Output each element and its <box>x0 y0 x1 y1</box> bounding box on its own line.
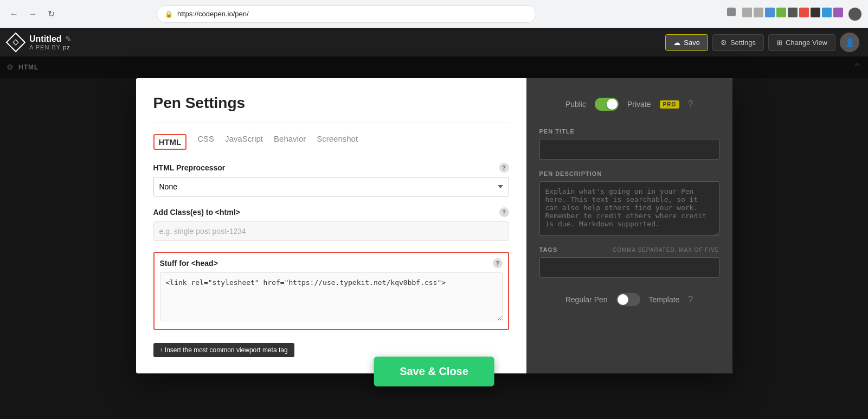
address-bar[interactable]: 🔒 https://codepen.io/pen/ <box>157 5 536 23</box>
privacy-toggle[interactable] <box>595 98 619 111</box>
logo-icon <box>6 33 26 53</box>
settings-tabs: HTML CSS JavaScript Behavior Screenshot <box>153 134 509 150</box>
viewport-meta-button[interactable]: ↑ Insert the most common viewport meta t… <box>153 343 294 357</box>
settings-icon: ⚙ <box>721 39 727 47</box>
pen-title-section: PEN TITLE <box>539 128 719 160</box>
html-preprocessor-label-row: HTML Preprocessor ? <box>153 163 509 173</box>
ext-icon-6 <box>799 8 809 17</box>
change-view-label: Change View <box>786 39 827 47</box>
save-close-label: Save & Close <box>400 365 468 377</box>
add-classes-label-row: Add Class(es) to <html> ? <box>153 207 509 217</box>
codepen-logo <box>9 35 23 49</box>
add-classes-help-icon[interactable]: ? <box>499 207 509 217</box>
template-label: Template <box>649 295 680 304</box>
preprocessor-help-icon[interactable]: ? <box>499 163 509 173</box>
change-view-icon: ⊞ <box>776 39 782 47</box>
tags-header: TAGS COMMA SEPARATED, MAX OF FIVE <box>539 246 719 253</box>
tab-behavior[interactable]: Behavior <box>274 134 306 150</box>
settings-right-panel: Public Private PRO ? PEN TITLE PEN DESCR… <box>526 78 732 373</box>
ext-icon-2 <box>754 8 763 17</box>
save-icon: ☁ <box>673 39 680 47</box>
modal-overlay: Pen Settings HTML CSS JavaScript Behavio… <box>0 56 868 419</box>
ext-icon-7 <box>811 8 820 17</box>
pen-description-label: PEN DESCRIPTION <box>539 170 719 177</box>
pen-title-label: PEN TITLE <box>539 128 719 135</box>
html-preprocessor-select[interactable]: None Haml Markdown Slim Pug <box>153 177 509 196</box>
refresh-button[interactable]: ↻ <box>43 7 59 22</box>
tags-section: TAGS COMMA SEPARATED, MAX OF FIVE <box>539 246 719 278</box>
template-toggle[interactable] <box>616 293 640 306</box>
pro-badge: PRO <box>660 100 680 109</box>
save-close-container: Save & Close <box>374 357 494 386</box>
template-toggle-knob <box>618 294 628 305</box>
tab-screenshot[interactable]: Screenshot <box>317 134 358 150</box>
pen-settings-dialog: Pen Settings HTML CSS JavaScript Behavio… <box>136 78 732 373</box>
nav-buttons: ← → ↻ <box>7 7 59 22</box>
settings-button[interactable]: ⚙ Settings <box>712 34 764 51</box>
tags-label: TAGS <box>539 246 558 253</box>
browser-chrome: ← → ↻ 🔒 https://codepen.io/pen/ <box>0 0 868 28</box>
ext-icon-8 <box>822 8 832 17</box>
change-view-button[interactable]: ⊞ Change View <box>768 34 835 51</box>
editor-area: ⚙ HTML ⌃ Pen Settings HTML CSS JavaScrip… <box>0 56 868 419</box>
ext-icon-1 <box>742 8 752 17</box>
head-section-help-icon[interactable]: ? <box>493 258 503 268</box>
tags-sublabel: COMMA SEPARATED, MAX OF FIVE <box>613 247 719 253</box>
settings-left-panel: Pen Settings HTML CSS JavaScript Behavio… <box>136 78 526 373</box>
ext-icon-9 <box>833 8 843 17</box>
secure-icon: 🔒 <box>165 10 173 18</box>
user-avatar[interactable]: 👤 <box>840 33 859 52</box>
privacy-row: Public Private PRO ? <box>539 91 719 117</box>
toggle-knob <box>607 99 618 110</box>
pen-author-name: pz <box>63 44 70 50</box>
logo-inner <box>12 39 18 45</box>
html-preprocessor-label: HTML Preprocessor <box>153 163 226 172</box>
user-menu[interactable] <box>848 8 861 21</box>
pen-description-input[interactable] <box>539 181 719 236</box>
dialog-title: Pen Settings <box>153 94 509 112</box>
viewport-btn-label: ↑ Insert the most common viewport meta t… <box>160 346 288 354</box>
tab-css[interactable]: CSS <box>197 134 214 150</box>
head-section-header: Stuff for <head> ? <box>160 258 503 268</box>
add-classes-label: Add Class(es) to <html> <box>153 208 240 217</box>
save-close-button[interactable]: Save & Close <box>374 357 494 386</box>
html-preprocessor-group: HTML Preprocessor ? None Haml Markdown S… <box>153 163 509 196</box>
pen-title-input[interactable] <box>539 139 719 160</box>
template-row: Regular Pen Template ? <box>539 289 719 310</box>
tags-input[interactable] <box>539 257 719 278</box>
settings-label: Settings <box>730 39 756 47</box>
save-label: Save <box>684 39 700 47</box>
edit-pen-name-icon[interactable]: ✎ <box>65 35 72 43</box>
url-text: https://codepen.io/pen/ <box>177 10 249 18</box>
regular-pen-label: Regular Pen <box>565 295 608 304</box>
browser-actions <box>727 8 861 21</box>
forward-button[interactable]: → <box>25 7 40 22</box>
pen-title-area: Untitled ✎ A PEN BY pz <box>29 34 72 50</box>
add-classes-group: Add Class(es) to <html> ? <box>153 207 509 241</box>
private-label: Private <box>627 100 651 109</box>
save-button[interactable]: ☁ Save <box>665 34 708 51</box>
star-icon[interactable] <box>727 8 736 16</box>
tab-html[interactable]: HTML <box>153 134 187 150</box>
privacy-help-icon[interactable]: ? <box>688 99 693 109</box>
head-textarea[interactable]: <link rel="stylesheet" href="https://use… <box>160 272 503 321</box>
ext-icon-5 <box>788 8 798 17</box>
pen-author-prefix: A PEN BY <box>29 44 61 50</box>
pen-description-section: PEN DESCRIPTION <box>539 170 719 236</box>
codepen-header: Untitled ✎ A PEN BY pz ☁ Save ⚙ Settings… <box>0 28 868 56</box>
template-help-icon[interactable]: ? <box>688 295 693 304</box>
pen-name: Untitled <box>29 34 62 44</box>
ext-icon-3 <box>765 8 775 17</box>
stuff-for-head-section: Stuff for <head> ? <link rel="stylesheet… <box>153 252 509 330</box>
avatar-icon: 👤 <box>845 38 854 47</box>
head-section-label: Stuff for <head> <box>160 259 218 268</box>
header-right: ☁ Save ⚙ Settings ⊞ Change View 👤 <box>665 33 859 52</box>
back-button[interactable]: ← <box>7 7 22 22</box>
public-label: Public <box>565 100 586 109</box>
ext-icon-4 <box>776 8 786 17</box>
divider <box>153 123 509 123</box>
add-classes-input[interactable] <box>153 221 509 241</box>
tab-javascript[interactable]: JavaScript <box>225 134 263 150</box>
